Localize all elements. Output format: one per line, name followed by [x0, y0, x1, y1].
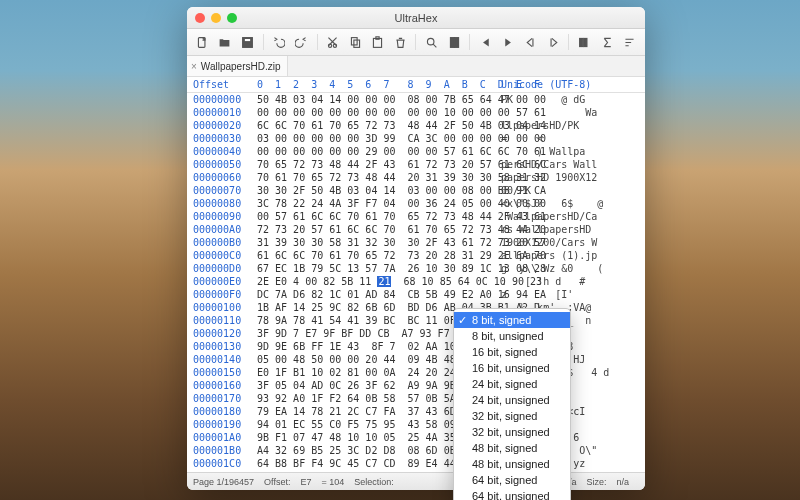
- hex-row[interactable]: 000001C064 B8 BF F4 9C 45 C7 CD 89 E4 44…: [187, 457, 645, 470]
- paste-button[interactable]: [368, 33, 387, 51]
- nav-first-button[interactable]: [521, 33, 540, 51]
- hex-cell[interactable]: 6C 6C 70 61 70 65 72 73 48 44 2F 50 4B 0…: [253, 119, 499, 132]
- context-menu-item[interactable]: 48 bit, unsigned: [454, 456, 570, 472]
- hex-row[interactable]: 0000019094 01 EC 55 C0 F5 75 95 43 58 09…: [187, 418, 645, 431]
- ascii-cell[interactable]: rs WallpapersHD: [499, 223, 645, 236]
- save-button[interactable]: [238, 33, 257, 51]
- context-menu-item[interactable]: 48 bit, signed: [454, 440, 570, 456]
- sort-button[interactable]: [620, 33, 639, 51]
- hex-cell[interactable]: 30 30 2F 50 4B 03 04 14 03 00 00 08 00 B…: [253, 184, 499, 197]
- columns-button[interactable]: [575, 33, 594, 51]
- context-menu-item[interactable]: 32 bit, signed: [454, 408, 570, 424]
- context-menu-item[interactable]: 24 bit, signed: [454, 376, 570, 392]
- ascii-cell[interactable]: allpapers (1).jp: [499, 249, 645, 262]
- hex-row[interactable]: 0000014005 00 48 50 00 00 20 44 09 4B 48…: [187, 353, 645, 366]
- ascii-cell[interactable]: WallpapersHD/Ca: [499, 210, 645, 223]
- hex-cell[interactable]: 03 00 00 00 00 00 3D 99 CA 3C 00 00 00 0…: [253, 132, 499, 145]
- hex-cell[interactable]: 00 57 61 6C 6C 70 61 70 65 72 73 48 44 2…: [253, 210, 499, 223]
- minimize-icon[interactable]: [211, 13, 221, 23]
- ascii-cell[interactable]: llpapersHD/PK: [499, 119, 645, 132]
- delete-button[interactable]: [391, 33, 410, 51]
- context-menu-item[interactable]: 16 bit, unsigned: [454, 360, 570, 376]
- hex-row[interactable]: 0000009000 57 61 6C 6C 70 61 70 65 72 73…: [187, 210, 645, 223]
- sum-button[interactable]: [598, 33, 617, 51]
- hex-row[interactable]: 000001309D 9E 6B FF 1E 43 8F 7 02 AA 10 …: [187, 340, 645, 353]
- context-menu-item[interactable]: 64 bit, signed: [454, 472, 570, 488]
- hex-cell[interactable]: 50 4B 03 04 14 00 00 00 08 00 7B 65 64 4…: [253, 93, 499, 106]
- hex-row[interactable]: 0000001000 00 00 00 00 00 00 00 00 00 10…: [187, 106, 645, 119]
- zoom-icon[interactable]: [227, 13, 237, 23]
- hex-row[interactable]: 000000D067 EC 1B 79 5C 13 57 7A 26 10 30…: [187, 262, 645, 275]
- hex-cell[interactable]: 67 EC 1B 79 5C 13 57 7A 26 10 30 89 1C 1…: [253, 262, 499, 275]
- open-button[interactable]: [216, 33, 235, 51]
- hex-row[interactable]: 000000E02E E0 4 00 82 5B 11 21 68 10 85 …: [187, 275, 645, 288]
- hex-editor[interactable]: Offset 0 1 2 3 4 5 6 7 8 9 A B C D E F U…: [187, 77, 645, 472]
- hex-cell[interactable]: 00 00 00 00 00 00 00 00 00 00 10 00 00 0…: [253, 106, 499, 119]
- ascii-cell[interactable]: = <: [499, 132, 645, 145]
- hex-cell[interactable]: 61 6C 6C 70 61 70 65 72 73 20 28 31 29 2…: [253, 249, 499, 262]
- hex-cell[interactable]: 31 39 30 30 58 31 32 30 30 2F 43 61 72 7…: [253, 236, 499, 249]
- hex-row[interactable]: 0000017093 92 A0 1F F2 64 0B 58 57 0B 5A…: [187, 392, 645, 405]
- nav-last-button[interactable]: [544, 33, 563, 51]
- context-menu-item[interactable]: 8 bit, unsigned: [454, 328, 570, 344]
- cut-button[interactable]: [323, 33, 342, 51]
- hex-cell[interactable]: 70 61 70 65 72 73 48 44 20 31 39 30 30 5…: [253, 171, 499, 184]
- copy-button[interactable]: [346, 33, 365, 51]
- hex-row[interactable]: 000000803C 78 22 24 4A 3F F7 04 00 36 24…: [187, 197, 645, 210]
- hex-row[interactable]: 000001603F 05 04 AD 0C 26 3F 62 A9 9A 9B…: [187, 379, 645, 392]
- tab-file[interactable]: × WallpapersHD.zip: [187, 56, 288, 76]
- hex-row[interactable]: 0000003003 00 00 00 00 00 3D 99 CA 3C 00…: [187, 132, 645, 145]
- hex-cell[interactable]: 3C 78 22 24 4A 3F F7 04 00 36 24 05 00 4…: [253, 197, 499, 210]
- ascii-cell[interactable]: PK @ dG: [499, 93, 645, 106]
- hex-row[interactable]: 0000005070 65 72 73 48 44 2F 43 61 72 73…: [187, 158, 645, 171]
- context-menu-item[interactable]: 16 bit, signed: [454, 344, 570, 360]
- hex-row[interactable]: 0000004000 00 00 00 00 00 29 00 00 00 57…: [187, 145, 645, 158]
- hex-row[interactable]: 000000A072 73 20 57 61 6C 6C 70 61 70 65…: [187, 223, 645, 236]
- ascii-cell[interactable]: . [ !h d #: [499, 275, 645, 288]
- close-icon[interactable]: [195, 13, 205, 23]
- context-menu-item[interactable]: 8 bit, signed: [454, 312, 570, 328]
- hex-row[interactable]: 000001001B AF 14 25 9C 82 6B 6D BD D6 AB…: [187, 301, 645, 314]
- undo-button[interactable]: [269, 33, 288, 51]
- new-button[interactable]: [193, 33, 212, 51]
- ascii-cell[interactable]: 1900X1200/Cars W: [499, 236, 645, 249]
- ascii-cell[interactable]: z [I': [499, 288, 645, 301]
- hex-cell[interactable]: 00 00 00 00 00 00 29 00 00 00 57 61 6C 6…: [253, 145, 499, 158]
- ascii-cell[interactable]: Wa: [499, 106, 645, 119]
- hex-row[interactable]: 000000C061 6C 6C 70 61 70 65 72 73 20 28…: [187, 249, 645, 262]
- hex-cell[interactable]: 2E E0 4 00 82 5B 11 21 68 10 85 64 0C 10…: [253, 275, 499, 288]
- hex-row[interactable]: 000000206C 6C 70 61 70 65 72 73 48 44 2F…: [187, 119, 645, 132]
- ascii-cell[interactable]: g y\\ Wz &0 (: [499, 262, 645, 275]
- hex-row[interactable]: 000001B0A4 32 69 B5 25 3C D2 D8 08 6D 0B…: [187, 444, 645, 457]
- hex-cell[interactable]: 70 65 72 73 48 44 2F 43 61 72 73 20 57 6…: [253, 158, 499, 171]
- hex-row[interactable]: 0000006070 61 70 65 72 73 48 44 20 31 39…: [187, 171, 645, 184]
- hex-row[interactable]: 000001203F 9D 7 E7 9F BF DD CB A7 93 F7 …: [187, 327, 645, 340]
- hex-row[interactable]: 000000F0DC 7A D6 82 1C 01 AD 84 CB 5B 49…: [187, 288, 645, 301]
- titlebar[interactable]: UltraHex: [187, 7, 645, 29]
- hex-row[interactable]: 000001A09B F1 07 47 48 10 10 05 25 4A 35…: [187, 431, 645, 444]
- context-menu-item[interactable]: 32 bit, unsigned: [454, 424, 570, 440]
- hex-row[interactable]: 0000007030 30 2F 50 4B 03 04 14 03 00 00…: [187, 184, 645, 197]
- context-menu-item[interactable]: 24 bit, unsigned: [454, 392, 570, 408]
- ascii-cell[interactable]: papersHD 1900X12: [499, 171, 645, 184]
- search-button[interactable]: [422, 33, 441, 51]
- back-button[interactable]: [476, 33, 495, 51]
- ascii-cell[interactable]: persHD/Cars Wall: [499, 158, 645, 171]
- ascii-cell[interactable]: <x\"$J? 6$ @: [499, 197, 645, 210]
- forward-button[interactable]: [499, 33, 518, 51]
- hex-cell[interactable]: DC 7A D6 82 1C 01 AD 84 CB 5B 49 E2 A0 1…: [253, 288, 499, 301]
- context-menu[interactable]: 8 bit, signed8 bit, unsigned16 bit, sign…: [453, 308, 571, 500]
- hex-cell[interactable]: 72 73 20 57 61 6C 6C 70 61 70 65 72 73 4…: [253, 223, 499, 236]
- ascii-cell[interactable]: 00/PK: [499, 184, 645, 197]
- ascii-cell[interactable]: ) Wallpa: [499, 145, 645, 158]
- hex-row[interactable]: 0000018079 EA 14 78 21 2C C7 FA 37 43 6D…: [187, 405, 645, 418]
- context-menu-item[interactable]: 64 bit, unsigned: [454, 488, 570, 500]
- hex-row[interactable]: 00000150E0 1F B1 10 02 81 00 0A 24 20 24…: [187, 366, 645, 379]
- hex-row[interactable]: 0000000050 4B 03 04 14 00 00 00 08 00 7B…: [187, 93, 645, 106]
- hex-row[interactable]: 000001D06C 6C 6C 8B 8C 90 F0 BF 30 4C 11…: [187, 470, 645, 472]
- redo-button[interactable]: [292, 33, 311, 51]
- hex-row[interactable]: 0000011078 9A 78 41 54 41 39 BC BC 11 0F…: [187, 314, 645, 327]
- find-button[interactable]: [445, 33, 464, 51]
- hex-row[interactable]: 000000B031 39 30 30 58 31 32 30 30 2F 43…: [187, 236, 645, 249]
- close-tab-icon[interactable]: ×: [191, 61, 197, 72]
